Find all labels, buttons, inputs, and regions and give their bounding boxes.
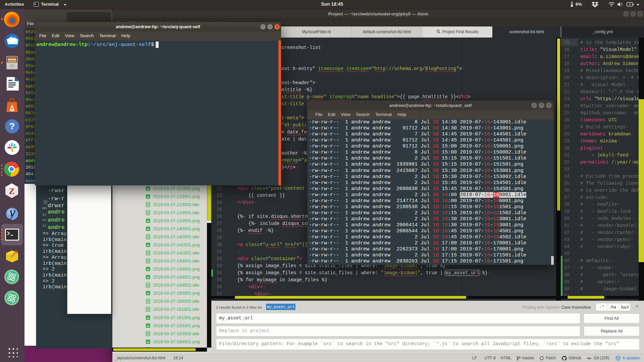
svg-text:?: ?	[9, 121, 15, 131]
svg-text:y: y	[8, 205, 15, 220]
svg-text:Z: Z	[9, 186, 14, 196]
